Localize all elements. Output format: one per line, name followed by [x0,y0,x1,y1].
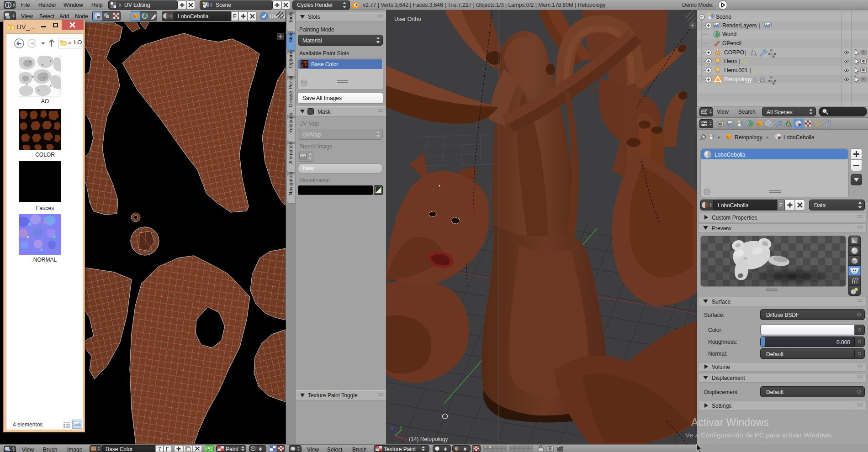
svg-text:GPencil: GPencil [722,40,741,47]
svg-text:|: | [759,22,760,29]
svg-text:|: | [739,58,740,64]
svg-text:|: | [750,67,751,74]
svg-text:z: z [391,426,393,431]
svg-text:World: World [722,31,736,37]
svg-text:|: | [745,49,746,56]
svg-text:y: y [400,425,402,430]
svg-text:|: | [754,76,756,83]
svg-text:Scene: Scene [716,14,731,20]
svg-text:(14) Retopology: (14) Retopology [409,436,448,442]
svg-text:Hemi: Hemi [724,58,737,64]
svg-text:Retopology: Retopology [724,76,752,83]
svg-text:Retopology: Retopology [735,134,762,141]
svg-text:LoboCebolla: LoboCebolla [783,134,815,141]
svg-text:x: x [404,437,407,442]
svg-text:Hemi.001: Hemi.001 [724,67,748,74]
svg-text:CORPO: CORPO [724,49,744,56]
svg-text:User Ortho: User Ortho [394,16,421,22]
svg-text:RenderLayers: RenderLayers [722,22,757,29]
